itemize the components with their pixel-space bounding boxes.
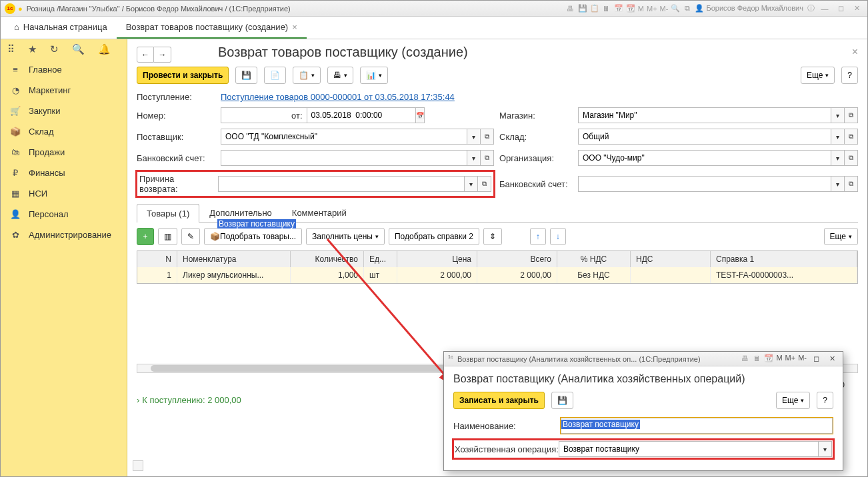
sidebar-item-sales[interactable]: 🛍Продажи — [1, 142, 127, 163]
grid-more-button[interactable]: Еще▾ — [824, 228, 858, 245]
main-toolbar: Провести и закрыть 💾 📄 📋▾ 🖶▾ 📊▾ Еще▾ ? — [137, 67, 858, 84]
favorite-icon[interactable]: ★ — [28, 43, 37, 55]
tab-close-icon[interactable]: × — [292, 22, 297, 32]
search-icon[interactable]: 🔍 — [671, 4, 680, 13]
search-tool-icon[interactable]: 🔍 — [72, 43, 85, 55]
more-button[interactable]: Еще▾ — [801, 67, 835, 84]
move-up-button[interactable]: ↑ — [530, 228, 546, 245]
open-icon[interactable]: ⧉ — [845, 107, 858, 123]
dropdown-icon[interactable]: ▾ — [819, 441, 832, 457]
sidebar-item-marketing[interactable]: ◔Маркетинг — [1, 80, 127, 101]
star-icon[interactable]: ● — [18, 5, 23, 13]
bank2-input[interactable] — [578, 176, 831, 192]
post-button[interactable]: 📄 — [264, 67, 286, 84]
nav-fwd-icon[interactable]: → — [154, 47, 171, 63]
nav-back-icon[interactable]: ← — [137, 47, 154, 63]
tab-home[interactable]: ⌂ Начальная страница — [5, 17, 117, 39]
scroll-corner[interactable] — [133, 460, 143, 471]
dropdown-icon[interactable]: ▾ — [467, 129, 481, 145]
save-button[interactable]: 💾 — [235, 67, 257, 84]
dropdown-icon[interactable]: ▾ — [831, 176, 845, 192]
open-icon[interactable]: ⧉ — [481, 150, 494, 166]
open-icon[interactable]: ⧉ — [845, 150, 858, 166]
user-name[interactable]: 👤 Борисов Федор Михайлович — [695, 4, 803, 13]
window-icon[interactable]: ⧉ — [683, 4, 692, 13]
tab-tovary[interactable]: Товары (1) — [137, 204, 199, 223]
copy-icon[interactable]: 📋 — [590, 4, 599, 13]
popup-write-button[interactable]: 💾 — [551, 392, 573, 409]
postavshik-input[interactable] — [221, 129, 467, 145]
sidebar-item-nsi[interactable]: ▦НСИ — [1, 183, 127, 204]
podobrat-button[interactable]: 📦 Подобрать товары... — [204, 228, 302, 245]
move-down-button[interactable]: ↓ — [550, 228, 566, 245]
edit-button[interactable]: ✎ — [181, 228, 200, 245]
popup-close-icon[interactable]: ✕ — [825, 354, 839, 364]
label-nomer: Номер: — [137, 111, 215, 121]
sidebar-item-admin[interactable]: ✿Администрирование — [1, 225, 127, 245]
popup-mminus[interactable]: M- — [798, 354, 807, 364]
magazin-input[interactable] — [578, 107, 831, 123]
popup-mplus[interactable]: M+ — [785, 354, 796, 364]
mem-mplus[interactable]: M+ — [647, 5, 657, 13]
popup-save-button[interactable]: Записать и закрыть — [453, 392, 545, 409]
sidebar-item-purchases[interactable]: 🛒Закупки — [1, 101, 127, 121]
add-row-button[interactable]: + — [137, 228, 154, 245]
popup-print-icon[interactable]: 🖶 — [740, 354, 749, 363]
sidebar-item-personnel[interactable]: 👤Персонал — [1, 204, 127, 225]
date-input[interactable] — [307, 107, 416, 123]
history-icon[interactable]: ↻ — [50, 43, 59, 55]
popup-calc-icon[interactable]: 🖩 — [752, 354, 761, 363]
open-icon[interactable]: ⧉ — [845, 176, 858, 192]
date-icon[interactable]: 📆 — [626, 4, 635, 13]
zapolnit-button[interactable]: Заполнить цены▾ — [306, 228, 385, 245]
sklad-input[interactable] — [578, 129, 831, 145]
open-icon[interactable]: ⧉ — [845, 129, 858, 145]
dropdown-icon[interactable]: ▾ — [467, 150, 481, 166]
calc-icon[interactable]: 🖩 — [602, 4, 611, 13]
print-icon[interactable]: 🖶 — [566, 4, 575, 13]
minimize-icon[interactable]: — — [818, 3, 831, 14]
dropdown-icon[interactable]: ▾ — [831, 150, 845, 166]
sidebar-item-finance[interactable]: ₽Финансы — [1, 163, 127, 183]
spravki-button[interactable]: Подобрать справки 2 — [389, 228, 479, 245]
popup-help-button[interactable]: ? — [817, 392, 833, 409]
calendar-icon[interactable]: 📅 — [614, 4, 623, 13]
mem-m[interactable]: M — [638, 5, 644, 13]
open-icon[interactable]: ⧉ — [481, 129, 494, 145]
form-close-icon[interactable]: × — [852, 46, 858, 58]
help-button[interactable]: ? — [841, 67, 858, 84]
dropdown-icon[interactable]: ▾ — [831, 129, 845, 145]
link-postuplenie[interactable]: Поступление товаров 0000-000001 от 03.05… — [221, 92, 455, 102]
apps-icon[interactable]: ⠿ — [7, 43, 15, 55]
popup-maximize-icon[interactable]: ◻ — [809, 354, 823, 364]
maximize-icon[interactable]: ◻ — [834, 3, 847, 14]
expand-button[interactable]: ⇕ — [483, 228, 502, 245]
report-button[interactable]: 📊▾ — [360, 67, 388, 84]
label-postavshik: Поставщик: — [137, 132, 215, 142]
structure-button[interactable]: 📋▾ — [293, 67, 321, 84]
pie-icon: ◔ — [10, 85, 21, 95]
bell-icon[interactable]: 🔔 — [98, 43, 111, 55]
tab-document[interactable]: Возврат товаров поставщику (создание) × — [117, 17, 307, 39]
dropdown-icon[interactable]: ▾ — [465, 176, 478, 192]
popup-more-button[interactable]: Еще▾ — [776, 392, 810, 409]
org-input[interactable] — [578, 150, 831, 166]
bank-input[interactable] — [221, 150, 467, 166]
post-close-button[interactable]: Провести и закрыть — [137, 67, 229, 84]
dropdown-icon[interactable]: ▾ — [831, 107, 845, 123]
barcode-button[interactable]: ▥ — [158, 228, 177, 245]
print-button[interactable]: 🖶▾ — [327, 67, 353, 84]
info-icon[interactable]: ⓘ — [806, 4, 815, 13]
table-row[interactable]: 1 Ликер эмульсионны... 1,000 шт 2 000,00… — [137, 267, 857, 283]
prichina-input[interactable] — [218, 176, 465, 192]
mem-mminus[interactable]: M- — [660, 5, 669, 13]
sidebar-item-main[interactable]: ≡Главное — [1, 59, 127, 80]
open-icon[interactable]: ⧉ — [478, 176, 491, 192]
popup-m[interactable]: M — [776, 354, 782, 364]
popup-calendar-icon[interactable]: 📆 — [764, 354, 773, 363]
close-icon[interactable]: ✕ — [850, 3, 863, 14]
save-icon[interactable]: 💾 — [578, 4, 587, 13]
calendar-button-icon[interactable]: 📅 — [416, 107, 425, 123]
popup-op-input[interactable] — [559, 441, 819, 457]
sidebar-item-warehouse[interactable]: 📦Склад — [1, 121, 127, 142]
